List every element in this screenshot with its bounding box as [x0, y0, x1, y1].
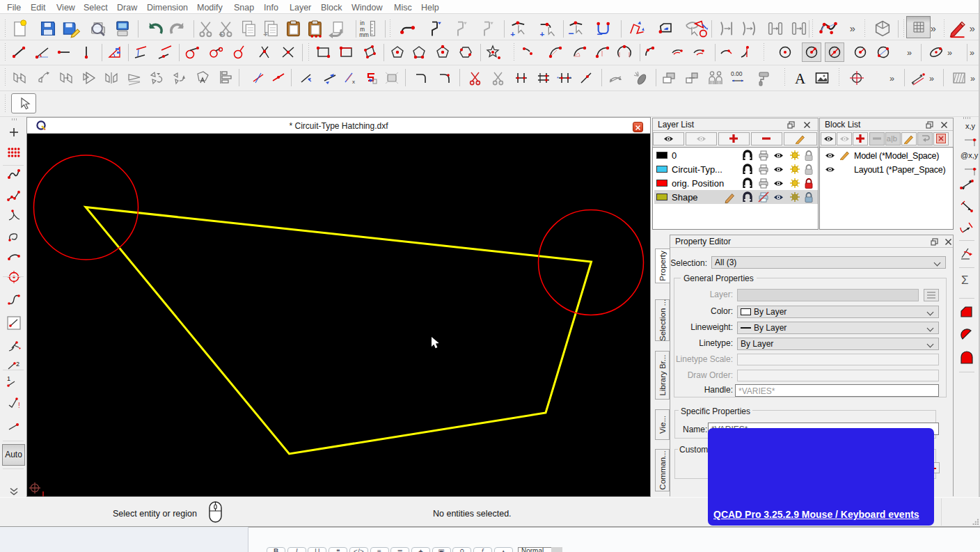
svg-text:»: »	[970, 48, 974, 58]
svg-text:mm: mm	[359, 32, 369, 38]
svg-text:Σ: Σ	[961, 274, 969, 287]
svg-text:x: x	[352, 79, 355, 85]
svg-text:0.00: 0.00	[731, 70, 743, 77]
svg-text:»: »	[947, 48, 952, 58]
svg-text:»: »	[850, 23, 855, 34]
svg-text:−: −	[568, 28, 574, 38]
svg-text:2: 2	[16, 361, 19, 368]
svg-text:1: 1	[7, 375, 10, 382]
svg-text:+: +	[510, 29, 515, 38]
svg-text:»: »	[890, 74, 894, 84]
svg-text:»: »	[970, 74, 975, 84]
svg-text:»: »	[970, 23, 975, 34]
svg-text:!: !	[18, 402, 20, 409]
svg-text:*: *	[557, 76, 559, 81]
svg-text:+: +	[540, 29, 545, 38]
svg-text:A: A	[795, 70, 806, 86]
svg-text:+: +	[263, 30, 267, 38]
svg-text:»: »	[907, 48, 912, 58]
svg-text:+: +	[219, 30, 223, 38]
svg-text:*: *	[569, 76, 571, 81]
svg-text:−: −	[596, 29, 602, 38]
svg-text:»: »	[931, 23, 936, 34]
svg-text:»: »	[929, 74, 934, 84]
